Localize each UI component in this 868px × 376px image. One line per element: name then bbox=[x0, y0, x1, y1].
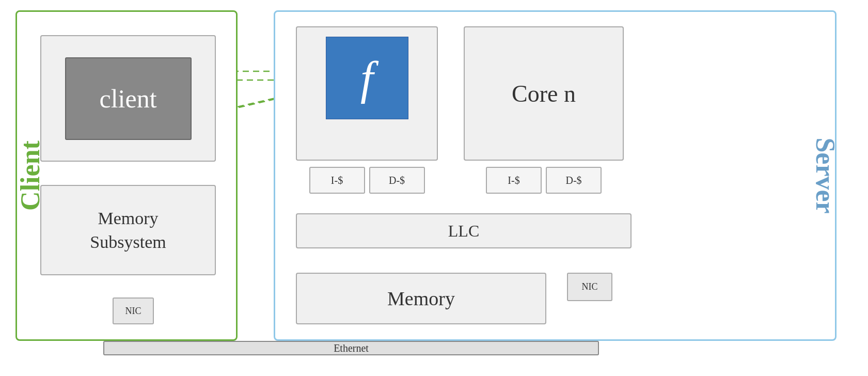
memory-box: Memory bbox=[296, 273, 546, 324]
coren-label: Core n bbox=[512, 80, 576, 107]
coren-dcache-box: D-$ bbox=[546, 167, 602, 194]
client-process-label: client bbox=[99, 84, 156, 114]
ethernet-bar: Ethernet bbox=[103, 341, 599, 355]
coren-box: Core n bbox=[464, 26, 624, 161]
nic-client-box: NIC bbox=[113, 297, 154, 324]
core0-cache-row: I-$ D-$ bbox=[296, 167, 438, 194]
core0-icache-box: I-$ bbox=[309, 167, 365, 194]
server-label: Server bbox=[810, 137, 841, 213]
client-memory-box: MemorySubsystem bbox=[40, 185, 216, 275]
func-label: f bbox=[360, 52, 373, 105]
coren-icache-box: I-$ bbox=[486, 167, 542, 194]
client-memory-label: MemorySubsystem bbox=[90, 207, 166, 254]
server-box: Server f I-$ D-$ Core n I-$ D-$ LLC Memo… bbox=[274, 10, 837, 341]
llc-box: LLC bbox=[296, 213, 632, 248]
core0-box: f bbox=[296, 26, 438, 161]
client-box: Client client MemorySubsystem NIC bbox=[15, 10, 238, 341]
func-box: f bbox=[326, 37, 408, 119]
core0-dcache-box: D-$ bbox=[369, 167, 425, 194]
coren-cache-row: I-$ D-$ bbox=[464, 167, 624, 194]
client-inner-box: client bbox=[40, 35, 216, 162]
client-process-box: client bbox=[65, 57, 192, 140]
nic-server-box: NIC bbox=[567, 273, 612, 301]
